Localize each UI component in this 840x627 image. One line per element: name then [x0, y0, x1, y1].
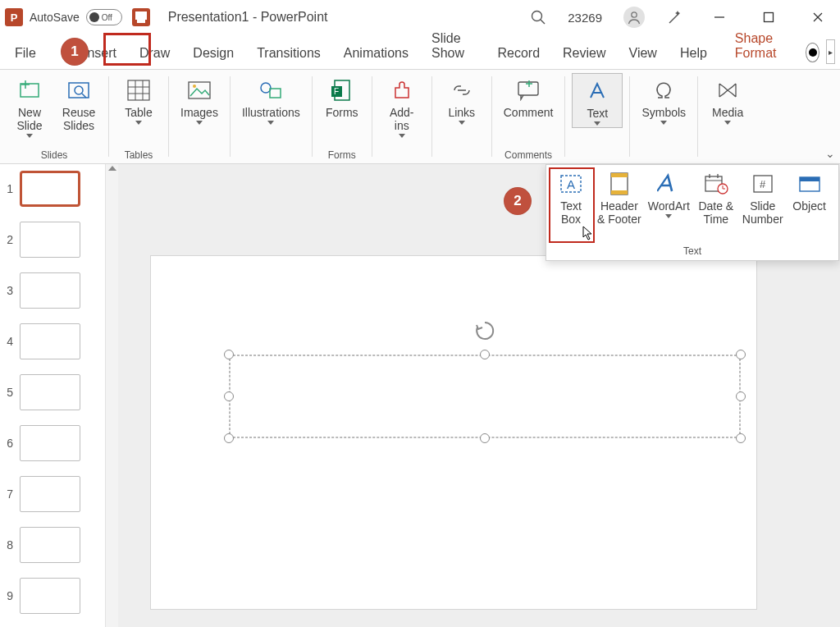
tab-animations[interactable]: Animations	[332, 39, 420, 69]
thumb-row-9[interactable]: 9	[2, 578, 103, 614]
comment-label: Comment	[504, 106, 554, 119]
media-label: Media	[712, 106, 743, 119]
date-time-button[interactable]: Date & Time	[693, 168, 739, 226]
tab-help[interactable]: Help	[669, 39, 719, 69]
new-slide-icon	[17, 78, 42, 103]
text-label: Text	[587, 107, 609, 120]
comment-button[interactable]: Comment	[499, 73, 559, 121]
tab-design[interactable]: Design	[181, 39, 245, 69]
thumb-row-6[interactable]: 6	[2, 425, 103, 461]
thumbnail-4[interactable]	[20, 323, 80, 359]
tab-review[interactable]: Review	[551, 39, 617, 69]
svg-point-2	[632, 12, 637, 17]
annotation-highlight-1	[103, 33, 151, 66]
images-button[interactable]: Images	[176, 73, 223, 126]
handle-n[interactable]	[480, 350, 490, 359]
tab-file[interactable]: File	[3, 39, 48, 69]
close-button[interactable]	[804, 5, 832, 30]
thumb-row-2[interactable]: 2	[2, 222, 103, 258]
group-tables-label: Tables	[125, 149, 153, 163]
date-time-label: Date & Time	[698, 199, 733, 226]
tab-transitions[interactable]: Transitions	[245, 39, 332, 69]
app-icon: P	[5, 8, 23, 26]
thumb-row-1[interactable]: 1	[2, 171, 103, 207]
document-title: Presentation1 - PowerPoint	[168, 10, 328, 25]
thumb-row-3[interactable]: 3	[2, 272, 103, 309]
tab-view[interactable]: View	[618, 39, 669, 69]
handle-se[interactable]	[736, 433, 746, 443]
new-slide-button[interactable]: New Slide	[7, 73, 52, 140]
header-footer-icon	[609, 172, 630, 196]
autosave-toggle[interactable]: Off	[86, 9, 122, 25]
group-links: Links	[432, 70, 491, 163]
thumbnail-8[interactable]	[20, 527, 80, 563]
ribbon-collapse-icon[interactable]: ⌄	[825, 147, 835, 160]
handle-nw[interactable]	[224, 350, 234, 359]
group-tables: Table Tables	[109, 70, 168, 163]
forms-button[interactable]: F Forms	[319, 73, 365, 121]
header-footer-button[interactable]: Header & Footer	[594, 168, 645, 226]
thumb-row-7[interactable]: 7	[2, 476, 103, 512]
svg-point-0	[532, 11, 542, 21]
tab-overflow-button[interactable]: ▸	[826, 39, 835, 64]
handle-ne[interactable]	[736, 350, 746, 359]
thumbnail-3[interactable]	[20, 272, 80, 309]
handle-w[interactable]	[224, 391, 234, 401]
media-button[interactable]: Media	[705, 73, 751, 126]
thumbnail-2[interactable]	[20, 222, 80, 258]
text-panel-label: Text	[546, 245, 838, 260]
reuse-slides-button[interactable]: Reuse Slides	[56, 73, 102, 140]
group-slides: New Slide Reuse Slides Slides	[0, 70, 108, 163]
thumbnail-7[interactable]	[20, 476, 80, 512]
tab-shape-format[interactable]: Shape Format	[724, 25, 801, 69]
text-button[interactable]: Text	[572, 73, 623, 128]
selected-text-box[interactable]	[229, 355, 741, 438]
links-button[interactable]: Links	[439, 73, 485, 126]
slide-number-button[interactable]: # Slide Number	[739, 168, 787, 226]
group-media: Media	[698, 70, 757, 163]
slide[interactable]	[151, 256, 756, 609]
date-time-icon	[704, 172, 728, 196]
tab-record[interactable]: Record	[486, 39, 551, 69]
thumbnail-6[interactable]	[20, 425, 80, 461]
svg-rect-32	[611, 190, 628, 195]
thumb-row-8[interactable]: 8	[2, 527, 103, 563]
save-icon[interactable]	[132, 8, 150, 26]
autosave-label: AutoSave	[30, 11, 80, 24]
recording-indicator[interactable]	[806, 43, 819, 62]
thumb-row-4[interactable]: 4	[2, 323, 103, 359]
addins-button[interactable]: Add- ins	[379, 73, 425, 140]
sparkle-icon[interactable]	[666, 8, 684, 26]
symbols-button[interactable]: Symbols	[637, 73, 691, 126]
comment-icon	[516, 78, 541, 103]
images-label: Images	[180, 106, 218, 119]
ribbon: New Slide Reuse Slides Slides Table Tabl…	[0, 69, 840, 164]
group-images: Images	[169, 70, 230, 163]
annotation-badge-1: 1	[61, 38, 89, 66]
object-button[interactable]: Object	[787, 168, 833, 226]
account-avatar[interactable]	[623, 7, 645, 28]
rotate-handle[interactable]	[474, 320, 495, 344]
table-button[interactable]: Table	[116, 73, 162, 126]
group-addins: Add- ins	[372, 70, 431, 163]
table-label: Table	[125, 106, 152, 119]
thumbnail-scrollbar[interactable]	[105, 164, 118, 627]
group-forms-label: Forms	[328, 149, 356, 163]
tab-slideshow[interactable]: Slide Show	[420, 25, 486, 69]
illustrations-button[interactable]: Illustrations	[237, 73, 305, 126]
handle-sw[interactable]	[224, 433, 234, 443]
thumbnail-9[interactable]	[20, 578, 80, 614]
thumbnail-5[interactable]	[20, 374, 80, 410]
svg-text:#: #	[760, 178, 766, 190]
thumb-row-5[interactable]: 5	[2, 374, 103, 410]
svg-point-11	[75, 86, 83, 94]
handle-s[interactable]	[480, 433, 490, 443]
wordart-button[interactable]: WordArt	[645, 168, 693, 226]
svg-rect-21	[270, 89, 281, 98]
search-icon[interactable]	[530, 9, 546, 25]
thumbnail-1[interactable]	[20, 171, 80, 207]
annotation-badge-2: 2	[504, 187, 532, 215]
text-dropdown-panel: A Text Box Header & Footer WordArt Date …	[546, 164, 839, 261]
handle-e[interactable]	[736, 391, 746, 401]
addins-icon	[390, 78, 413, 103]
